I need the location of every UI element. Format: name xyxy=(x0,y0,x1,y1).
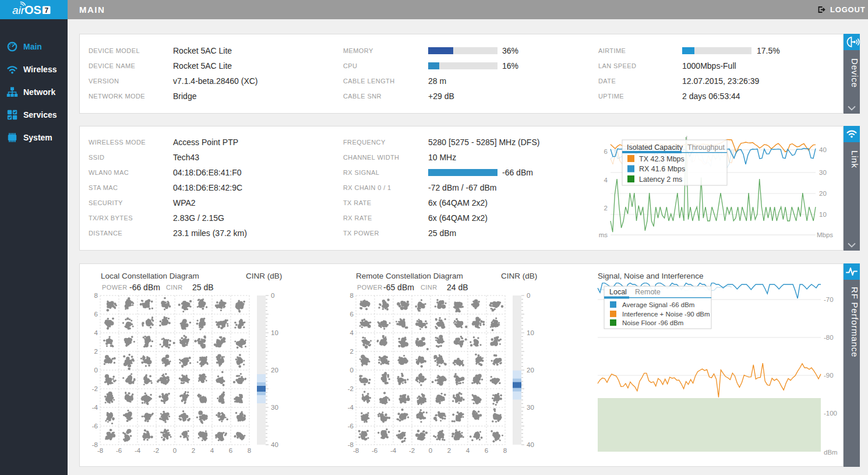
svg-text:Remote: Remote xyxy=(635,288,661,296)
svg-text:30: 30 xyxy=(527,404,534,411)
svg-text:8: 8 xyxy=(350,292,354,299)
svg-text:-6: -6 xyxy=(92,423,98,430)
svg-text:-90: -90 xyxy=(824,372,834,379)
svg-text:40: 40 xyxy=(819,146,827,153)
svg-text:30: 30 xyxy=(271,404,278,411)
svg-text:4: 4 xyxy=(466,447,470,454)
svg-text:OS: OS xyxy=(24,3,41,16)
svg-text:ms: ms xyxy=(599,231,608,238)
svg-text:4: 4 xyxy=(350,329,354,336)
svg-text:0: 0 xyxy=(271,292,274,299)
svg-text:6: 6 xyxy=(94,311,98,318)
svg-text:-6: -6 xyxy=(348,423,354,430)
svg-text:-100: -100 xyxy=(824,410,837,417)
svg-text:2: 2 xyxy=(94,348,98,355)
svg-text:2: 2 xyxy=(192,447,195,454)
svg-text:0: 0 xyxy=(173,447,177,454)
svg-text:4: 4 xyxy=(210,447,214,454)
svg-text:8: 8 xyxy=(94,292,98,299)
svg-text:30: 30 xyxy=(819,169,827,176)
svg-text:20: 20 xyxy=(527,367,534,374)
svg-text:2: 2 xyxy=(350,348,354,355)
svg-text:Local: Local xyxy=(609,288,627,296)
svg-text:-2: -2 xyxy=(92,385,98,392)
svg-text:40: 40 xyxy=(271,441,278,448)
svg-text:6: 6 xyxy=(604,148,608,155)
svg-text:-8: -8 xyxy=(97,447,103,454)
svg-text:air: air xyxy=(12,4,25,16)
svg-text:-8: -8 xyxy=(348,441,354,448)
svg-text:Average Signal -66 dBm: Average Signal -66 dBm xyxy=(622,301,694,308)
svg-text:20: 20 xyxy=(271,367,278,374)
svg-text:TX 42.3 Mbps: TX 42.3 Mbps xyxy=(639,155,684,163)
svg-text:-8: -8 xyxy=(92,441,98,448)
svg-text:RX 41.6 Mbps: RX 41.6 Mbps xyxy=(639,165,685,173)
svg-text:0: 0 xyxy=(94,367,98,374)
svg-text:0: 0 xyxy=(527,292,530,299)
svg-text:2: 2 xyxy=(604,205,608,212)
svg-text:40: 40 xyxy=(527,441,534,448)
svg-text:-6: -6 xyxy=(116,447,122,454)
svg-text:10: 10 xyxy=(819,211,827,218)
svg-text:6: 6 xyxy=(485,447,488,454)
svg-text:dBm: dBm xyxy=(824,449,838,456)
svg-text:-4: -4 xyxy=(92,404,98,411)
svg-text:-4: -4 xyxy=(348,404,354,411)
svg-text:7: 7 xyxy=(45,6,49,15)
svg-text:8: 8 xyxy=(248,447,251,454)
svg-text:6: 6 xyxy=(229,447,232,454)
svg-text:Noise Floor -96 dBm: Noise Floor -96 dBm xyxy=(622,319,683,326)
svg-text:0: 0 xyxy=(429,447,432,454)
svg-text:2: 2 xyxy=(447,447,451,454)
svg-text:-8: -8 xyxy=(353,447,359,454)
svg-text:10: 10 xyxy=(271,329,278,336)
svg-text:Mbps: Mbps xyxy=(817,231,833,238)
svg-text:-2: -2 xyxy=(348,385,354,392)
svg-text:-6: -6 xyxy=(372,447,377,454)
svg-text:-4: -4 xyxy=(135,447,141,454)
svg-text:Interference + Noise -90 dBm: Interference + Noise -90 dBm xyxy=(622,311,710,318)
svg-text:Isolated Capacity: Isolated Capacity xyxy=(627,143,683,152)
svg-text:-70: -70 xyxy=(824,296,834,303)
svg-text:20: 20 xyxy=(819,190,827,197)
svg-text:-4: -4 xyxy=(390,447,397,454)
svg-text:8: 8 xyxy=(503,447,507,454)
svg-text:10: 10 xyxy=(527,329,534,336)
svg-text:0: 0 xyxy=(350,367,354,374)
svg-text:-2: -2 xyxy=(153,447,159,454)
svg-text:4: 4 xyxy=(94,329,98,336)
svg-text:-2: -2 xyxy=(409,447,415,454)
svg-text:Throughput: Throughput xyxy=(687,143,725,152)
svg-text:4: 4 xyxy=(604,177,608,184)
svg-text:Latency 2 ms: Latency 2 ms xyxy=(639,175,682,184)
svg-text:-80: -80 xyxy=(824,334,834,341)
svg-text:6: 6 xyxy=(350,311,354,318)
